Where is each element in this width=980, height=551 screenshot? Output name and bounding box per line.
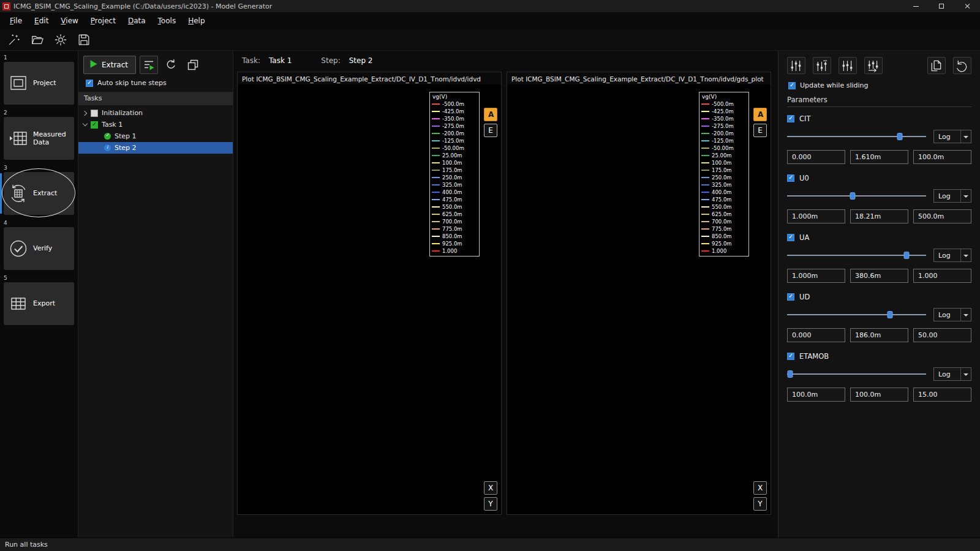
tree-item-task-1[interactable]: Task 1: [78, 119, 233, 130]
legend-label: 475.0m: [712, 197, 732, 203]
edit-plot-button[interactable]: E: [484, 124, 497, 137]
param-ua-min-field[interactable]: [787, 269, 845, 283]
param-u0-max-field[interactable]: [913, 209, 971, 223]
task-checkbox[interactable]: [91, 110, 98, 117]
edit-plot-button[interactable]: E: [753, 124, 767, 137]
gds-chart[interactable]: [507, 84, 701, 513]
param-ua-checkbox[interactable]: [787, 234, 794, 241]
param-cit-min-field[interactable]: [787, 150, 845, 164]
menu-file[interactable]: File: [4, 14, 28, 28]
plot-panel-gds: Plot ICMG_BSIM_CMG_Scaling_Example_Extra…: [507, 72, 771, 515]
legend-label: 850.0m: [442, 233, 462, 239]
tree-item-step-1[interactable]: Step 1: [78, 130, 233, 142]
param-cit-slider[interactable]: [787, 132, 926, 141]
param-ud-slider[interactable]: [787, 310, 926, 320]
param-cit-scale-select[interactable]: Log: [933, 130, 971, 143]
y-axis-button[interactable]: Y: [753, 497, 767, 511]
slider-handle[interactable]: [787, 370, 793, 378]
legend-entry: -500.0m: [701, 100, 747, 108]
legend-label: -200.0m: [712, 130, 734, 137]
tune-d-icon[interactable]: [864, 57, 883, 74]
chevron-right-icon[interactable]: [82, 110, 89, 116]
sidebar-item-measured-data[interactable]: 2Measured Data: [4, 111, 74, 160]
maximize-button[interactable]: [929, 0, 954, 12]
legend-label: 550.0m: [712, 204, 732, 210]
param-etamob-checkbox[interactable]: [787, 353, 794, 360]
cascade-button[interactable]: [184, 56, 202, 74]
legend-swatch: [701, 126, 709, 127]
tree-item-label: Step 2: [115, 144, 137, 152]
x-axis-button[interactable]: X: [753, 481, 767, 495]
update-while-sliding-checkbox[interactable]: [788, 82, 796, 89]
menu-tools[interactable]: Tools: [152, 14, 183, 28]
menu-data[interactable]: Data: [122, 14, 152, 28]
sidebar-item-project[interactable]: 1Project: [4, 56, 74, 105]
x-axis-button[interactable]: X: [484, 481, 497, 495]
param-u0-value-field[interactable]: [850, 209, 908, 223]
parameters-list: CITLogU0LogUALogUDLogETAMOBLog: [787, 114, 971, 402]
param-cit-max-field[interactable]: [913, 150, 971, 164]
menu-edit[interactable]: Edit: [28, 14, 55, 28]
open-project-icon[interactable]: [29, 31, 47, 48]
scale-value: Log: [934, 252, 960, 260]
param-etamob-max-field[interactable]: [913, 388, 971, 402]
autoscale-button[interactable]: A: [484, 108, 497, 121]
y-axis-button[interactable]: Y: [484, 497, 497, 511]
param-cit-value-field[interactable]: [850, 150, 908, 164]
param-ud-min-field[interactable]: [787, 328, 845, 342]
param-ua-scale-select[interactable]: Log: [933, 249, 971, 262]
param-u0-scale-select[interactable]: Log: [933, 189, 971, 203]
legend-entry: 400.0m: [432, 189, 477, 196]
param-u0-slider[interactable]: [787, 191, 926, 201]
slider-handle[interactable]: [897, 133, 902, 140]
param-u0-checkbox[interactable]: [787, 174, 794, 182]
idvd-chart[interactable]: [238, 84, 431, 513]
param-ud-value-field[interactable]: [850, 328, 908, 342]
menu-help[interactable]: Help: [182, 14, 211, 28]
param-ua-value-field[interactable]: [850, 269, 908, 283]
copy-doc-icon[interactable]: [927, 57, 946, 74]
extract-run-button[interactable]: Extract: [83, 56, 136, 74]
slider-handle[interactable]: [887, 311, 892, 318]
param-etamob-min-field[interactable]: [787, 388, 845, 402]
tree-item-initialization[interactable]: Initialization: [78, 107, 233, 119]
task-checkbox[interactable]: [91, 121, 98, 129]
param-u0-min-field[interactable]: [787, 209, 845, 223]
param-etamob-slider[interactable]: [787, 369, 926, 379]
param-ud-max-field[interactable]: [913, 328, 971, 342]
restore-icon: 0.00.20.40.60.81.002468101214vd [E+0]gds…: [755, 74, 767, 85]
minimize-button[interactable]: [903, 0, 929, 12]
save-icon[interactable]: [76, 31, 93, 48]
close-button[interactable]: [954, 0, 980, 12]
slider-handle[interactable]: [904, 252, 910, 259]
autoscale-button[interactable]: A: [753, 108, 767, 121]
legend-label: 625.0m: [442, 211, 462, 217]
param-etamob-scale-select[interactable]: Log: [933, 367, 971, 381]
undo-icon[interactable]: [953, 57, 971, 74]
auto-skip-checkbox[interactable]: [86, 80, 93, 87]
sidebar-item-extract[interactable]: 3Extract: [4, 166, 74, 215]
param-ua-slider[interactable]: [787, 250, 926, 260]
param-etamob-value-field[interactable]: [850, 388, 908, 402]
tune-b-icon[interactable]: [813, 57, 831, 74]
menu-view[interactable]: View: [55, 14, 84, 28]
run-selected-button[interactable]: [140, 56, 158, 74]
wizard-icon[interactable]: [6, 31, 23, 48]
sidebar-item-export[interactable]: 5Export: [4, 276, 74, 325]
legend-swatch: [432, 192, 440, 193]
legend-swatch: [432, 140, 440, 141]
legend-label: 325.0m: [442, 182, 462, 188]
param-ud-checkbox[interactable]: [787, 293, 794, 301]
slider-handle[interactable]: [850, 192, 855, 200]
chevron-down-icon[interactable]: [82, 121, 89, 128]
param-ua-max-field[interactable]: [913, 269, 971, 283]
tree-item-step-2[interactable]: Step 2: [78, 142, 233, 154]
param-cit-checkbox[interactable]: [787, 115, 794, 122]
menu-project[interactable]: Project: [85, 14, 122, 28]
refresh-button[interactable]: [162, 56, 180, 74]
tune-a-icon[interactable]: [787, 57, 805, 74]
param-ud-scale-select[interactable]: Log: [933, 308, 971, 321]
tune-c-icon[interactable]: [839, 57, 857, 74]
sidebar-item-verify[interactable]: 4Verify: [4, 221, 74, 270]
settings-icon[interactable]: [53, 31, 70, 48]
